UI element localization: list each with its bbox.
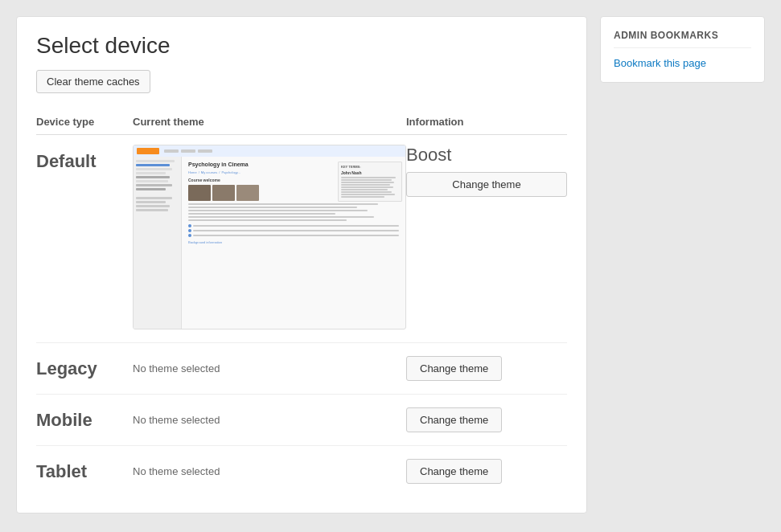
preview-nav-1 [164, 149, 179, 153]
preview-sidebar-item [136, 168, 172, 170]
table-header: Device type Current theme Information [36, 109, 567, 135]
change-theme-button-tablet[interactable]: Change theme [406, 459, 502, 484]
list-dot [188, 229, 191, 232]
col-current-theme: Current theme [133, 116, 406, 128]
device-name-legacy: Legacy [36, 358, 133, 379]
preview-sidebar-item [136, 180, 168, 182]
preview-sidebar-item [136, 188, 166, 190]
boost-theme-thumbnail: Psychology in Cinema Home / My courses /… [133, 145, 406, 329]
info-col-default: Boost Change theme [406, 145, 567, 197]
mobile-theme-status: No theme selected [133, 414, 406, 426]
preview-sidebar-item [136, 164, 170, 166]
tablet-theme-status: No theme selected [133, 465, 406, 477]
change-theme-button-mobile[interactable]: Change theme [406, 407, 502, 432]
col-device-type: Device type [36, 116, 133, 128]
list-text [193, 225, 399, 227]
sidebar-panel: ADMIN BOOKMARKS Bookmark this page [600, 16, 765, 83]
preview-list-item [188, 234, 399, 237]
preview-body: Psychology in Cinema Home / My courses /… [134, 157, 405, 329]
device-row-tablet: Tablet No theme selected Change theme [36, 446, 567, 497]
legacy-theme-status: No theme selected [133, 362, 406, 374]
list-dot [188, 224, 191, 227]
preview-list-item [188, 229, 399, 232]
preview-topbar [134, 145, 405, 157]
preview-key-terms: KEY TERMS: John Nash [338, 162, 402, 202]
info-col-mobile: Change theme [406, 407, 567, 432]
preview-list [188, 224, 399, 237]
page-title: Select device [36, 33, 567, 59]
breadcrumb-sep: / [199, 170, 199, 174]
preview-logo [137, 148, 159, 154]
preview-nav-2 [181, 149, 195, 153]
info-col-legacy: Change theme [406, 356, 567, 381]
preview-list-item [188, 224, 399, 227]
default-theme-name: Boost [406, 145, 567, 166]
device-name-default: Default [36, 145, 133, 172]
preview-text-area [188, 203, 399, 221]
main-panel: Select device Clear theme caches Device … [16, 16, 587, 514]
list-text [193, 235, 399, 236]
preview-nav-3 [198, 149, 212, 153]
sidebar-title: ADMIN BOOKMARKS [614, 30, 751, 48]
preview-sidebar-item [136, 205, 170, 207]
preview-sidebar-item [136, 201, 166, 203]
col-information: Information [406, 116, 567, 128]
key-term-name: John Nash [341, 170, 399, 175]
preview-nav [164, 149, 212, 153]
theme-preview-default: Psychology in Cinema Home / My courses /… [133, 145, 406, 329]
change-theme-button-legacy[interactable]: Change theme [406, 356, 502, 381]
breadcrumb-current: Psychology... [221, 170, 240, 174]
bookmark-link[interactable]: Bookmark this page [614, 57, 706, 69]
device-row-legacy: Legacy No theme selected Change theme [36, 343, 567, 395]
preview-img-3 [236, 185, 259, 201]
preview-background-link: Background information [188, 240, 399, 244]
breadcrumb-courses: My courses [201, 170, 217, 174]
preview-sidebar-item [136, 209, 168, 211]
preview-sidebar-item [136, 176, 170, 178]
preview-img-2 [212, 185, 235, 201]
device-row-default: Default [36, 135, 567, 343]
list-text [193, 230, 399, 231]
clear-cache-button[interactable]: Clear theme caches [36, 70, 150, 93]
list-dot [188, 234, 191, 237]
preview-sidebar-item [136, 184, 172, 186]
device-row-mobile: Mobile No theme selected Change theme [36, 395, 567, 446]
preview-sidebar-item [136, 160, 175, 162]
change-theme-button-default[interactable]: Change theme [406, 172, 567, 197]
preview-sidebar-item [136, 197, 172, 199]
device-name-tablet: Tablet [36, 461, 133, 482]
info-col-tablet: Change theme [406, 459, 567, 484]
breadcrumb-sep2: / [219, 170, 220, 174]
preview-sidebar-item [136, 172, 166, 174]
breadcrumb-home: Home [188, 170, 197, 174]
preview-img-1 [188, 185, 211, 201]
key-term-title: KEY TERMS: [341, 165, 399, 169]
preview-sidebar [134, 157, 182, 329]
page-layout: Select device Clear theme caches Device … [16, 16, 765, 514]
device-name-mobile: Mobile [36, 410, 133, 431]
